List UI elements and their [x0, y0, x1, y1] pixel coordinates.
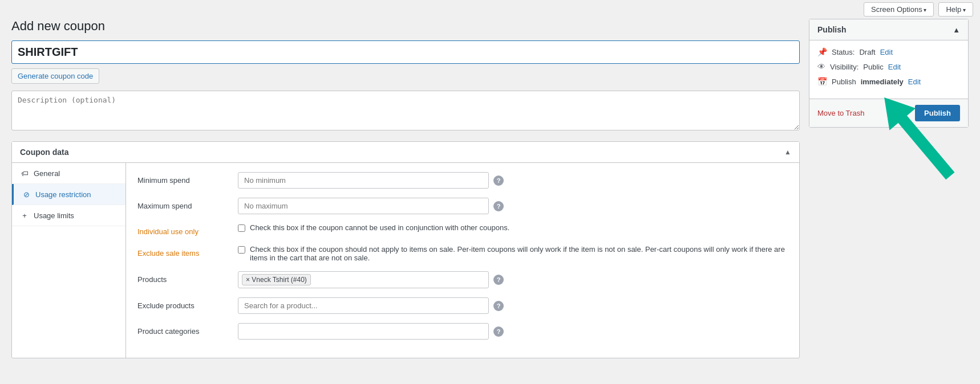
- exclude-products-help-icon[interactable]: ?: [493, 301, 504, 311]
- coupon-data-header: Coupon data ▲: [12, 142, 799, 163]
- coupon-data-title: Coupon data: [20, 148, 69, 157]
- product-categories-help-icon[interactable]: ?: [493, 326, 504, 337]
- exclude-products-row: Exclude products ?: [137, 297, 788, 314]
- products-search-input[interactable]: [314, 276, 485, 284]
- publish-button[interactable]: Publish: [915, 105, 960, 121]
- products-tag-input[interactable]: × Vneck Tshirt (#40): [238, 271, 489, 288]
- products-input-wrap: × Vneck Tshirt (#40) ?: [238, 271, 788, 288]
- publish-status-row: 📌 Status: Draft Edit: [817, 47, 960, 56]
- help-button[interactable]: Help: [938, 2, 973, 17]
- minimum-spend-row: Minimum spend ?: [137, 172, 788, 189]
- exclude-sale-checkbox-label: Check this box if the coupon should not …: [250, 245, 788, 262]
- products-label: Products: [137, 271, 229, 284]
- individual-use-label: Individual use only: [137, 223, 229, 236]
- publish-date-value: immediately: [861, 77, 904, 86]
- exclude-sale-checkbox[interactable]: [238, 246, 245, 254]
- visibility-icon: 👁: [817, 62, 825, 71]
- description-textarea[interactable]: [11, 91, 800, 130]
- minimum-spend-label: Minimum spend: [137, 172, 229, 185]
- publish-date-row: 📅 Publish immediately Edit: [817, 77, 960, 86]
- product-categories-input[interactable]: [238, 323, 489, 340]
- generate-coupon-btn[interactable]: Generate coupon code: [11, 68, 99, 84]
- publish-status-label: Status:: [832, 48, 855, 56]
- product-tag[interactable]: × Vneck Tshirt (#40): [242, 274, 311, 285]
- restriction-icon: ⊘: [22, 190, 31, 199]
- tab-general-label: General: [34, 169, 60, 178]
- maximum-spend-input-wrap: ?: [238, 198, 788, 214]
- product-tag-text: × Vneck Tshirt (#40): [246, 276, 307, 284]
- publish-status-value: Draft: [859, 48, 875, 56]
- tab-usage-limits-label: Usage limits: [34, 211, 74, 220]
- tab-general[interactable]: 🏷 General: [12, 163, 125, 184]
- products-row: Products × Vneck Tshirt (#40) ?: [137, 271, 788, 288]
- publish-visibility-row: 👁 Visibility: Public Edit: [817, 62, 960, 71]
- exclude-sale-label: Exclude sale items: [137, 245, 229, 258]
- sidebar-panel: Publish ▲ 📌 Status: Draft Edit 👁 Visibil…: [809, 19, 969, 358]
- product-categories-row: Product categories ?: [137, 323, 788, 340]
- individual-use-row: Individual use only Check this box if th…: [137, 223, 788, 236]
- individual-use-checkbox-label: Check this box if the coupon cannot be u…: [250, 223, 509, 232]
- tab-usage-restriction[interactable]: ⊘ Usage restriction: [12, 184, 125, 205]
- maximum-spend-help-icon[interactable]: ?: [493, 201, 504, 211]
- publish-visibility-label: Visibility:: [830, 63, 858, 71]
- tab-usage-restriction-label: Usage restriction: [35, 190, 91, 199]
- minimum-spend-input-wrap: ?: [238, 172, 788, 189]
- publish-box: Publish ▲ 📌 Status: Draft Edit 👁 Visibil…: [809, 19, 969, 128]
- individual-use-input-wrap: Check this box if the coupon cannot be u…: [238, 223, 788, 232]
- plus-icon: +: [20, 211, 29, 220]
- product-categories-input-wrap: ?: [238, 323, 788, 340]
- maximum-spend-label: Maximum spend: [137, 198, 229, 210]
- exclude-products-input[interactable]: [238, 297, 489, 314]
- page-title: Add new coupon: [11, 19, 800, 34]
- products-help-icon[interactable]: ?: [493, 275, 504, 285]
- publish-date-label: Publish: [832, 77, 856, 86]
- coupon-data-box: Coupon data ▲ 🏷 General ⊘ Usage restrict…: [11, 141, 800, 358]
- individual-use-checkbox[interactable]: [238, 224, 245, 232]
- exclude-sale-input-wrap: Check this box if the coupon should not …: [238, 245, 788, 262]
- publish-footer: Move to Trash Publish: [809, 99, 968, 127]
- product-categories-label: Product categories: [137, 323, 229, 336]
- exclude-products-input-wrap: ?: [238, 297, 788, 314]
- maximum-spend-input[interactable]: [238, 198, 489, 214]
- publish-body: 📌 Status: Draft Edit 👁 Visibility: Publi…: [809, 40, 968, 99]
- coupon-tabs-sidebar: 🏷 General ⊘ Usage restriction + Usage li…: [12, 163, 126, 358]
- move-to-trash-link[interactable]: Move to Trash: [817, 109, 864, 117]
- maximum-spend-row: Maximum spend ?: [137, 198, 788, 214]
- publish-header: Publish ▲: [809, 19, 968, 40]
- exclude-products-label: Exclude products: [137, 297, 229, 310]
- calendar-icon: 📅: [817, 77, 827, 86]
- publish-status-edit[interactable]: Edit: [880, 48, 893, 56]
- coupon-fields-panel: Minimum spend ? Maximum spend ?: [126, 163, 799, 358]
- publish-header-title: Publish: [817, 25, 847, 34]
- status-icon: 📌: [817, 47, 827, 56]
- tab-usage-limits[interactable]: + Usage limits: [12, 205, 125, 226]
- publish-header-toggle[interactable]: ▲: [953, 26, 960, 34]
- publish-date-edit[interactable]: Edit: [908, 77, 921, 86]
- minimum-spend-input[interactable]: [238, 172, 489, 189]
- screen-options-button[interactable]: Screen Options: [864, 2, 934, 17]
- minimum-spend-help-icon[interactable]: ?: [493, 175, 504, 186]
- coupon-code-input[interactable]: [11, 40, 800, 64]
- coupon-data-toggle[interactable]: ▲: [784, 148, 791, 156]
- publish-visibility-edit[interactable]: Edit: [888, 63, 901, 71]
- tag-icon: 🏷: [20, 169, 29, 178]
- exclude-sale-row: Exclude sale items Check this box if the…: [137, 245, 788, 262]
- publish-visibility-value: Public: [863, 63, 883, 71]
